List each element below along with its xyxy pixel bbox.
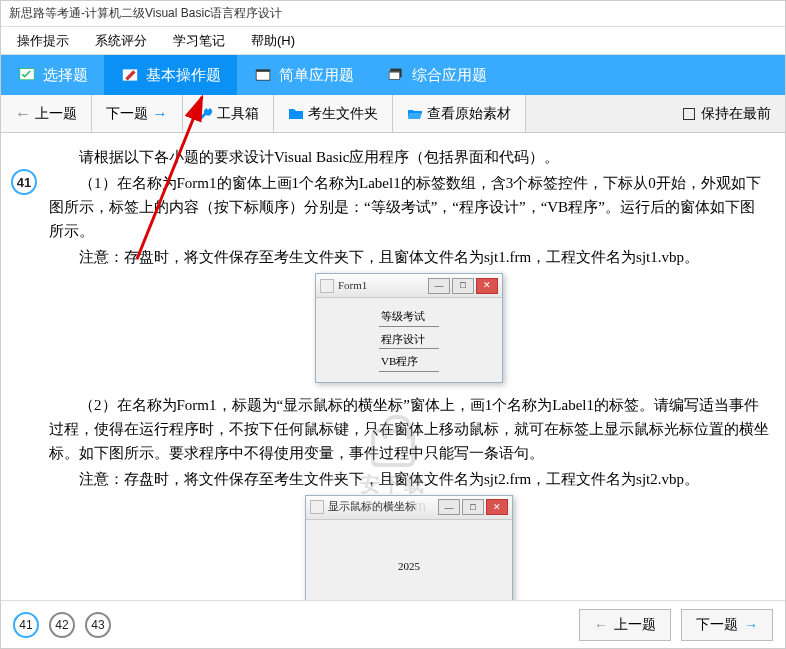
tab-bar: 选择题 基本操作题 简单应用题 综合应用题	[1, 55, 785, 95]
btn-label: 考生文件夹	[308, 105, 378, 123]
tab-basic[interactable]: 基本操作题	[104, 55, 237, 95]
menu-help[interactable]: 帮助(H)	[239, 28, 307, 54]
view-source-button[interactable]: 查看原始素材	[393, 95, 526, 132]
menu-hint[interactable]: 操作提示	[5, 28, 81, 54]
tab-choice[interactable]: 选择题	[1, 55, 104, 95]
windows-icon	[386, 66, 406, 84]
arrow-right-icon: →	[744, 617, 758, 633]
tab-simple[interactable]: 简单应用题	[237, 55, 370, 95]
keep-on-top-checkbox[interactable]: 保持在最前	[669, 95, 785, 132]
folder-button[interactable]: 考生文件夹	[274, 95, 393, 132]
btn-label: 上一题	[35, 105, 77, 123]
minimize-icon: —	[428, 278, 450, 294]
tab-label: 选择题	[43, 66, 88, 85]
choice-icon	[17, 66, 37, 84]
minimize-icon: —	[438, 499, 460, 515]
svg-rect-3	[257, 72, 270, 80]
folder-open-icon	[407, 106, 423, 122]
maximize-icon: □	[462, 499, 484, 515]
arrow-left-icon: ←	[15, 105, 31, 123]
vb-label-2: VB程序	[379, 353, 439, 372]
vb-app-icon	[320, 279, 334, 293]
checkbox-label: 保持在最前	[701, 105, 771, 123]
menu-bar: 操作提示 系统评分 学习笔记 帮助(H)	[1, 27, 785, 55]
menu-notes[interactable]: 学习笔记	[161, 28, 237, 54]
page-42[interactable]: 42	[49, 612, 75, 638]
vb-form2-window: 显示鼠标的横坐标 — □ ✕ 2025	[305, 495, 513, 600]
toolbox-button[interactable]: 工具箱	[183, 95, 274, 132]
page-41[interactable]: 41	[13, 612, 39, 638]
close-icon: ✕	[486, 499, 508, 515]
vb-titlebar: Form1 — □ ✕	[316, 274, 502, 298]
toolbar-spacer	[526, 95, 669, 132]
question-part2: （2）在名称为Form1，标题为“显示鼠标的横坐标”窗体上，画1个名称为Labe…	[49, 393, 769, 465]
footer-prev-button[interactable]: ← 上一题	[579, 609, 671, 641]
content-area: 41 请根据以下各小题的要求设计Visual Basic应用程序（包括界面和代码…	[1, 133, 785, 600]
vb-form1-window: Form1 — □ ✕ 等级考试 程序设计 VB程序	[315, 273, 503, 383]
maximize-icon: □	[452, 278, 474, 294]
btn-label: 下一题	[106, 105, 148, 123]
vb-coord-label: 2025	[398, 558, 420, 576]
page-43[interactable]: 43	[85, 612, 111, 638]
vb-body: 2025	[306, 520, 512, 600]
window-title: 新思路等考通-计算机二级Visual Basic语言程序设计	[1, 1, 785, 27]
vb-window-buttons: — □ ✕	[428, 278, 498, 294]
vb-window-buttons: — □ ✕	[438, 499, 508, 515]
question-number-badge: 41	[11, 169, 37, 195]
vb-label-0: 等级考试	[379, 308, 439, 327]
question-intro: 请根据以下各小题的要求设计Visual Basic应用程序（包括界面和代码）。	[49, 145, 769, 169]
question-part1-note: 注意：存盘时，将文件保存至考生文件夹下，且窗体文件名为sjt1.frm，工程文件…	[49, 245, 769, 269]
btn-label: 下一题	[696, 616, 738, 634]
screenshot1-wrap: Form1 — □ ✕ 等级考试 程序设计 VB程序	[49, 273, 769, 383]
tab-label: 简单应用题	[279, 66, 354, 85]
prev-question-button[interactable]: ← 上一题	[1, 95, 92, 132]
checkbox-icon	[683, 108, 695, 120]
folder-icon	[288, 106, 304, 122]
tab-complex[interactable]: 综合应用题	[370, 55, 503, 95]
question-part2-note: 注意：存盘时，将文件保存至考生文件夹下，且窗体文件名为sjt2.frm，工程文件…	[49, 467, 769, 491]
btn-label: 工具箱	[217, 105, 259, 123]
vb-app-icon	[310, 500, 324, 514]
window-icon	[253, 66, 273, 84]
btn-label: 上一题	[614, 616, 656, 634]
edit-icon	[120, 66, 140, 84]
menu-score[interactable]: 系统评分	[83, 28, 159, 54]
vb-body: 等级考试 程序设计 VB程序	[316, 298, 502, 382]
btn-label: 查看原始素材	[427, 105, 511, 123]
vb-title: Form1	[338, 277, 424, 295]
vb-label-1: 程序设计	[379, 331, 439, 350]
screenshot2-wrap: 显示鼠标的横坐标 — □ ✕ 2025	[49, 495, 769, 600]
svg-rect-6	[390, 73, 400, 79]
arrow-right-icon: →	[152, 105, 168, 123]
footer-next-button[interactable]: 下一题 →	[681, 609, 773, 641]
arrow-left-icon: ←	[594, 617, 608, 633]
next-question-button[interactable]: 下一题 →	[92, 95, 183, 132]
app-window: 新思路等考通-计算机二级Visual Basic语言程序设计 操作提示 系统评分…	[0, 0, 786, 649]
toolbar: ← 上一题 下一题 → 工具箱 考生文件夹 查看原始素材 保持在最前	[1, 95, 785, 133]
footer-bar: 41 42 43 ← 上一题 下一题 →	[1, 600, 785, 648]
wrench-icon	[197, 106, 213, 122]
question-body: 请根据以下各小题的要求设计Visual Basic应用程序（包括界面和代码）。 …	[49, 145, 769, 600]
close-icon: ✕	[476, 278, 498, 294]
tab-label: 综合应用题	[412, 66, 487, 85]
tab-label: 基本操作题	[146, 66, 221, 85]
question-part1: （1）在名称为Form1的窗体上画1个名称为Label1的标签数组，含3个标签控…	[49, 171, 769, 243]
vb-title: 显示鼠标的横坐标	[328, 498, 434, 516]
vb-titlebar: 显示鼠标的横坐标 — □ ✕	[306, 496, 512, 520]
